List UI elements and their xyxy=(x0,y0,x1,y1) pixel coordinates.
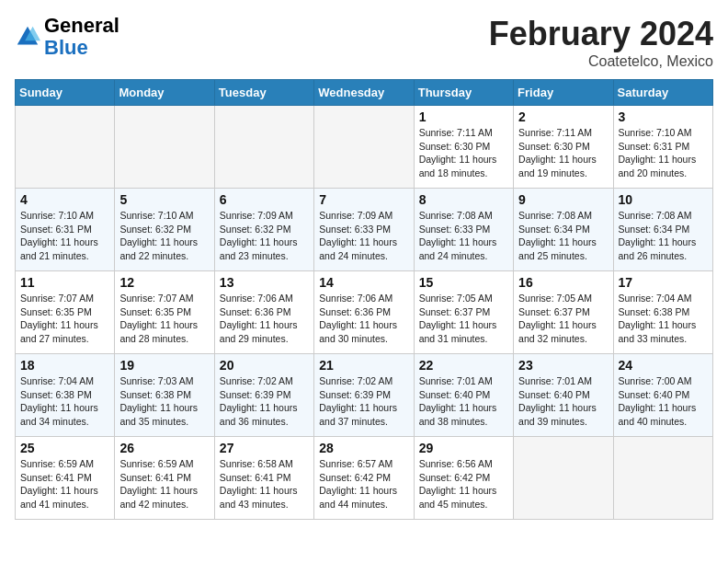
day-number: 9 xyxy=(518,192,608,207)
day-info: Sunrise: 7:02 AM Sunset: 6:39 PM Dayligh… xyxy=(319,374,408,429)
calendar-cell: 21Sunrise: 7:02 AM Sunset: 6:39 PM Dayli… xyxy=(314,354,414,437)
calendar-cell: 28Sunrise: 6:57 AM Sunset: 6:42 PM Dayli… xyxy=(314,437,414,520)
day-header-monday: Monday xyxy=(115,80,214,106)
calendar-cell: 4Sunrise: 7:10 AM Sunset: 6:31 PM Daylig… xyxy=(16,189,115,271)
day-number: 22 xyxy=(419,358,508,373)
day-number: 16 xyxy=(518,275,608,290)
day-number: 28 xyxy=(319,441,408,455)
week-row-4: 18Sunrise: 7:04 AM Sunset: 6:38 PM Dayli… xyxy=(16,354,713,437)
day-number: 5 xyxy=(119,192,209,207)
day-number: 20 xyxy=(220,358,309,373)
calendar-cell: 9Sunrise: 7:08 AM Sunset: 6:34 PM Daylig… xyxy=(514,189,613,271)
day-number: 8 xyxy=(419,192,508,207)
calendar-table: SundayMondayTuesdayWednesdayThursdayFrid… xyxy=(15,79,713,520)
week-row-1: 1Sunrise: 7:11 AM Sunset: 6:30 PM Daylig… xyxy=(16,106,713,189)
day-number: 23 xyxy=(518,358,608,373)
day-info: Sunrise: 7:05 AM Sunset: 6:37 PM Dayligh… xyxy=(518,292,608,346)
calendar-cell: 3Sunrise: 7:10 AM Sunset: 6:31 PM Daylig… xyxy=(613,106,712,189)
calendar-cell: 10Sunrise: 7:08 AM Sunset: 6:34 PM Dayli… xyxy=(613,189,712,271)
calendar-cell: 15Sunrise: 7:05 AM Sunset: 6:37 PM Dayli… xyxy=(414,271,513,354)
day-number: 12 xyxy=(119,275,209,290)
calendar-cell xyxy=(613,437,712,520)
day-header-wednesday: Wednesday xyxy=(314,80,414,106)
calendar-cell xyxy=(16,106,115,189)
day-number: 26 xyxy=(119,441,209,455)
day-info: Sunrise: 7:11 AM Sunset: 6:30 PM Dayligh… xyxy=(518,126,608,180)
day-info: Sunrise: 7:02 AM Sunset: 6:39 PM Dayligh… xyxy=(220,374,309,429)
calendar-cell: 7Sunrise: 7:09 AM Sunset: 6:33 PM Daylig… xyxy=(314,189,414,271)
day-info: Sunrise: 7:08 AM Sunset: 6:33 PM Dayligh… xyxy=(419,209,508,263)
calendar-cell xyxy=(514,437,613,520)
day-number: 24 xyxy=(619,358,708,373)
calendar-cell: 11Sunrise: 7:07 AM Sunset: 6:35 PM Dayli… xyxy=(16,271,115,354)
day-info: Sunrise: 7:00 AM Sunset: 6:40 PM Dayligh… xyxy=(619,374,708,429)
day-number: 29 xyxy=(419,441,508,455)
day-number: 10 xyxy=(619,192,708,207)
day-info: Sunrise: 7:01 AM Sunset: 6:40 PM Dayligh… xyxy=(518,374,608,429)
logo-icon xyxy=(15,24,40,50)
calendar-cell: 17Sunrise: 7:04 AM Sunset: 6:38 PM Dayli… xyxy=(613,271,712,354)
day-info: Sunrise: 7:04 AM Sunset: 6:38 PM Dayligh… xyxy=(20,374,109,429)
day-number: 7 xyxy=(319,192,408,207)
day-number: 11 xyxy=(20,275,109,290)
month-year: February 2024 xyxy=(489,15,713,53)
day-info: Sunrise: 7:10 AM Sunset: 6:31 PM Dayligh… xyxy=(20,209,109,263)
day-info: Sunrise: 7:10 AM Sunset: 6:31 PM Dayligh… xyxy=(619,126,708,180)
day-number: 4 xyxy=(20,192,109,207)
page-header: General Blue February 2024 Coatetelco, M… xyxy=(15,15,713,70)
day-number: 19 xyxy=(119,358,209,373)
day-number: 17 xyxy=(619,275,708,290)
calendar-cell: 25Sunrise: 6:59 AM Sunset: 6:41 PM Dayli… xyxy=(16,437,115,520)
day-info: Sunrise: 7:09 AM Sunset: 6:33 PM Dayligh… xyxy=(319,209,408,263)
day-number: 21 xyxy=(319,358,408,373)
day-number: 3 xyxy=(619,109,708,124)
calendar-cell: 5Sunrise: 7:10 AM Sunset: 6:32 PM Daylig… xyxy=(115,189,214,271)
calendar-cell: 6Sunrise: 7:09 AM Sunset: 6:32 PM Daylig… xyxy=(214,189,313,271)
week-row-3: 11Sunrise: 7:07 AM Sunset: 6:35 PM Dayli… xyxy=(16,271,713,354)
calendar-cell: 12Sunrise: 7:07 AM Sunset: 6:35 PM Dayli… xyxy=(115,271,214,354)
day-info: Sunrise: 6:56 AM Sunset: 6:42 PM Dayligh… xyxy=(419,457,508,511)
day-info: Sunrise: 7:10 AM Sunset: 6:32 PM Dayligh… xyxy=(119,209,209,263)
day-number: 14 xyxy=(319,275,408,290)
calendar-cell: 29Sunrise: 6:56 AM Sunset: 6:42 PM Dayli… xyxy=(414,437,513,520)
calendar-cell: 20Sunrise: 7:02 AM Sunset: 6:39 PM Dayli… xyxy=(214,354,313,437)
day-info: Sunrise: 7:04 AM Sunset: 6:38 PM Dayligh… xyxy=(619,292,708,346)
day-info: Sunrise: 6:59 AM Sunset: 6:41 PM Dayligh… xyxy=(20,457,109,511)
day-header-saturday: Saturday xyxy=(613,80,712,106)
day-header-friday: Friday xyxy=(514,80,613,106)
day-header-thursday: Thursday xyxy=(414,80,513,106)
day-number: 6 xyxy=(220,192,309,207)
day-number: 25 xyxy=(20,441,109,455)
calendar-cell: 14Sunrise: 7:06 AM Sunset: 6:36 PM Dayli… xyxy=(314,271,414,354)
week-row-2: 4Sunrise: 7:10 AM Sunset: 6:31 PM Daylig… xyxy=(16,189,713,271)
calendar-cell: 13Sunrise: 7:06 AM Sunset: 6:36 PM Dayli… xyxy=(214,271,313,354)
day-info: Sunrise: 6:59 AM Sunset: 6:41 PM Dayligh… xyxy=(119,457,209,511)
day-header-tuesday: Tuesday xyxy=(214,80,313,106)
day-info: Sunrise: 7:06 AM Sunset: 6:36 PM Dayligh… xyxy=(319,292,408,346)
calendar-cell: 18Sunrise: 7:04 AM Sunset: 6:38 PM Dayli… xyxy=(16,354,115,437)
day-header-sunday: Sunday xyxy=(16,80,115,106)
calendar-cell: 24Sunrise: 7:00 AM Sunset: 6:40 PM Dayli… xyxy=(613,354,712,437)
logo-text: General Blue xyxy=(44,15,119,59)
calendar-cell: 16Sunrise: 7:05 AM Sunset: 6:37 PM Dayli… xyxy=(514,271,613,354)
day-info: Sunrise: 7:06 AM Sunset: 6:36 PM Dayligh… xyxy=(220,292,309,346)
day-info: Sunrise: 7:09 AM Sunset: 6:32 PM Dayligh… xyxy=(220,209,309,263)
day-info: Sunrise: 7:11 AM Sunset: 6:30 PM Dayligh… xyxy=(419,126,508,180)
day-info: Sunrise: 7:07 AM Sunset: 6:35 PM Dayligh… xyxy=(119,292,209,346)
calendar-cell xyxy=(115,106,214,189)
calendar-cell: 26Sunrise: 6:59 AM Sunset: 6:41 PM Dayli… xyxy=(115,437,214,520)
calendar-cell xyxy=(214,106,313,189)
calendar-cell: 27Sunrise: 6:58 AM Sunset: 6:41 PM Dayli… xyxy=(214,437,313,520)
calendar-cell xyxy=(314,106,414,189)
day-info: Sunrise: 6:57 AM Sunset: 6:42 PM Dayligh… xyxy=(319,457,408,511)
day-info: Sunrise: 6:58 AM Sunset: 6:41 PM Dayligh… xyxy=(220,457,309,511)
day-number: 13 xyxy=(220,275,309,290)
location: Coatetelco, Mexico xyxy=(489,53,713,70)
week-row-5: 25Sunrise: 6:59 AM Sunset: 6:41 PM Dayli… xyxy=(16,437,713,520)
calendar-cell: 1Sunrise: 7:11 AM Sunset: 6:30 PM Daylig… xyxy=(414,106,513,189)
day-number: 18 xyxy=(20,358,109,373)
calendar-cell: 8Sunrise: 7:08 AM Sunset: 6:33 PM Daylig… xyxy=(414,189,513,271)
day-number: 27 xyxy=(220,441,309,455)
day-info: Sunrise: 7:08 AM Sunset: 6:34 PM Dayligh… xyxy=(619,209,708,263)
day-info: Sunrise: 7:08 AM Sunset: 6:34 PM Dayligh… xyxy=(518,209,608,263)
